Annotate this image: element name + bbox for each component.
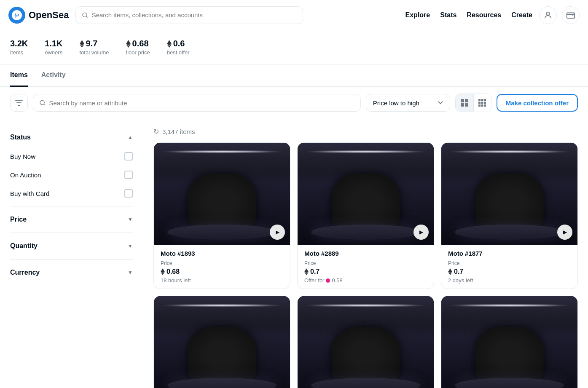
collection-offer-button[interactable]: Make collection offer — [497, 94, 578, 112]
grid-large-button[interactable] — [456, 94, 473, 112]
stat-items: 3.2K items — [10, 39, 28, 56]
item-search-input[interactable] — [49, 99, 354, 107]
filter-on-auction[interactable]: On Auction — [10, 166, 133, 184]
nft-card-1[interactable]: ▶ Moto #2889 Price 0.7 Offer for 0.58 — [297, 142, 434, 289]
filter-on-auction-checkbox[interactable] — [124, 171, 133, 179]
tab-activity[interactable]: Activity — [41, 64, 66, 87]
global-search-input[interactable] — [92, 11, 297, 19]
items-count-bar: ↻ 3,147 items — [153, 128, 578, 136]
nft-price-label-2: Price — [448, 260, 571, 266]
filter-buy-with-card-checkbox[interactable] — [124, 189, 133, 198]
wallet-icon — [566, 11, 575, 20]
svg-rect-16 — [484, 102, 486, 104]
svg-rect-11 — [478, 99, 481, 101]
status-filter-header[interactable]: Status ▲ — [10, 128, 133, 147]
status-chevron-up: ▲ — [128, 134, 133, 140]
price-label: Price — [10, 216, 27, 223]
filter-icon — [15, 100, 23, 106]
nft-price-sub-0: 18 hours left — [161, 277, 283, 284]
svg-rect-19 — [484, 104, 486, 107]
global-search-bar[interactable] — [75, 6, 303, 24]
logo[interactable]: OpenSea — [8, 7, 69, 24]
nft-image-2: ▶ — [441, 143, 577, 245]
profile-button[interactable] — [539, 6, 557, 24]
nft-artwork-0 — [154, 143, 290, 245]
stat-floor-value: 0.68 — [126, 39, 150, 48]
eth-icon-floor — [126, 40, 131, 48]
items-count-text: 3,147 items — [162, 128, 195, 135]
grid-small-button[interactable] — [473, 94, 491, 112]
divider-3 — [10, 259, 133, 260]
quantity-label: Quantity — [10, 242, 38, 250]
stat-volume-value: 9.7 — [80, 39, 109, 48]
nav-create[interactable]: Create — [511, 11, 532, 19]
nft-card-4[interactable] — [297, 296, 434, 388]
svg-point-6 — [40, 100, 44, 104]
svg-point-1 — [546, 12, 549, 15]
wallet-button[interactable] — [562, 6, 580, 24]
eth-icon-card0 — [161, 268, 165, 275]
nft-image-1: ▶ — [298, 143, 434, 245]
svg-rect-2 — [567, 13, 575, 18]
svg-rect-3 — [15, 100, 23, 101]
nft-card-0[interactable]: ▶ Moto #1893 Price 0.68 18 hours left — [153, 142, 290, 289]
currency-filter-header[interactable]: Currency ▼ — [10, 263, 133, 282]
content-area: Status ▲ Buy Now On Auction Buy with Car… — [0, 119, 588, 388]
sort-label: Price low to high — [373, 99, 419, 107]
nft-image-4 — [298, 296, 434, 388]
play-button-1[interactable]: ▶ — [413, 225, 429, 240]
filter-buy-now-checkbox[interactable] — [124, 152, 133, 161]
divider-2 — [10, 233, 133, 233]
filter-toggle-button[interactable] — [10, 94, 28, 112]
currency-filter-section: Currency ▼ — [10, 263, 133, 282]
refresh-button[interactable]: ↻ — [153, 128, 159, 136]
offer-val-1: 0.58 — [332, 277, 342, 284]
nft-price-val-1: 0.7 — [310, 268, 320, 276]
nav-links: Explore Stats Resources Create — [405, 11, 532, 19]
quantity-filter-section: Quantity ▼ — [10, 236, 133, 256]
grid-large-icon — [461, 99, 468, 107]
sort-dropdown[interactable]: Price low to high — [366, 94, 450, 112]
search-icon — [82, 12, 88, 19]
svg-rect-4 — [16, 102, 21, 103]
svg-rect-14 — [478, 102, 481, 104]
nft-artwork-3 — [154, 296, 290, 388]
nft-card-3[interactable] — [153, 296, 290, 388]
stat-best-offer: 0.6 best offer — [167, 39, 190, 56]
nft-info-0: Moto #1893 Price 0.68 18 hours left — [154, 245, 290, 289]
nft-image-5 — [441, 296, 577, 388]
filter-buy-with-card[interactable]: Buy with Card — [10, 184, 133, 203]
stat-items-label: items — [10, 49, 28, 56]
filter-buy-now-label: Buy Now — [10, 153, 35, 160]
play-button-2[interactable]: ▶ — [557, 225, 572, 240]
nav-stats[interactable]: Stats — [440, 11, 456, 19]
nft-info-1: Moto #2889 Price 0.7 Offer for 0.58 — [298, 245, 434, 289]
nav-resources[interactable]: Resources — [467, 11, 501, 19]
nft-name-1: Moto #2889 — [304, 250, 427, 257]
stat-floor-label: floor price — [126, 49, 150, 56]
filter-buy-now[interactable]: Buy Now — [10, 147, 133, 166]
sidebar: Status ▲ Buy Now On Auction Buy with Car… — [0, 119, 143, 388]
stat-items-value: 3.2K — [10, 39, 28, 48]
play-button-0[interactable]: ▶ — [270, 225, 285, 240]
logo-icon — [8, 7, 25, 24]
nav-explore[interactable]: Explore — [405, 11, 430, 19]
nft-price-1: 0.7 — [304, 268, 427, 276]
nft-info-2: Moto #1877 Price 0.7 2 days left — [441, 245, 577, 289]
filter-buy-with-card-label: Buy with Card — [10, 190, 49, 197]
price-filter-header[interactable]: Price ▼ — [10, 210, 133, 229]
tab-items[interactable]: Items — [10, 64, 28, 87]
svg-rect-8 — [465, 99, 468, 102]
toolbar: Price low to high — [0, 87, 588, 119]
stat-best-offer-label: best offer — [167, 49, 190, 56]
chevron-down-icon — [438, 101, 443, 104]
svg-rect-12 — [481, 99, 483, 101]
nft-card-5[interactable] — [441, 296, 578, 388]
grid-small-icon — [478, 99, 486, 107]
nft-image-3 — [154, 296, 290, 388]
quantity-filter-header[interactable]: Quantity ▼ — [10, 236, 133, 256]
nft-card-2[interactable]: ▶ Moto #1877 Price 0.7 2 days left — [441, 142, 578, 289]
nav-actions — [539, 6, 580, 24]
item-search-bar[interactable] — [33, 94, 361, 112]
item-search-icon — [39, 99, 46, 106]
